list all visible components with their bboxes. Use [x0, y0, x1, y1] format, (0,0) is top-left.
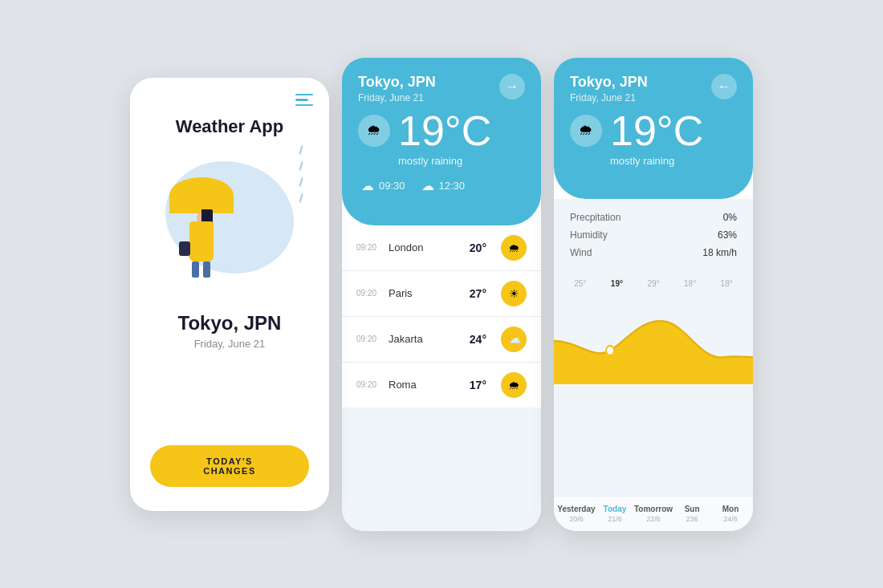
chart-label-29: 29° — [647, 279, 659, 288]
row-icon-roma: 🌧 — [501, 372, 527, 398]
app-title: Weather App — [176, 116, 283, 137]
city-list: 09:20 London 20° 🌧 09:20 Paris 27° ☀ 09:… — [342, 225, 541, 531]
row-time-roma: 09:20 — [356, 380, 380, 389]
row-temp-jakarta: 24° — [470, 333, 486, 346]
day-tab-yesterday[interactable]: Yesterday 20/6 — [557, 505, 596, 523]
wind-value: 18 km/h — [702, 247, 737, 258]
time-item-2: ☁ 12:30 — [421, 178, 466, 193]
person-legs — [192, 262, 210, 278]
detail-header-city: Tokyo, JPN — [570, 74, 648, 91]
wind-row: Wind 18 km/h — [570, 247, 737, 258]
city-row-roma[interactable]: 09:20 Roma 17° 🌧 — [342, 363, 541, 408]
cloud-icon-2: ☁ — [421, 178, 434, 193]
row-icon-paris: ☀ — [501, 281, 527, 306]
city-info: Tokyo, JPN Friday, June 21 — [358, 74, 436, 103]
day-tab-today[interactable]: Today 21/6 — [596, 505, 634, 523]
row-city-jakarta: Jakarta — [389, 333, 462, 345]
row-icon-london: 🌧 — [501, 235, 527, 261]
detail-header-top: Tokyo, JPN Friday, June 21 ← — [570, 74, 737, 103]
detail-city-info: Tokyo, JPN Friday, June 21 — [570, 74, 648, 103]
wind-label: Wind — [570, 247, 592, 258]
person-coat — [189, 221, 214, 262]
humidity-value: 63% — [718, 229, 737, 241]
tab-date-mon: 24/6 — [711, 515, 750, 523]
tab-date-tomorrow: 22/6 — [634, 515, 673, 523]
row-icon-jakarta: ⛅ — [501, 326, 527, 352]
header-top: Tokyo, JPN Friday, June 21 → — [358, 74, 525, 103]
precipitation-label: Precpitation — [570, 212, 621, 223]
weather-list-screen: Tokyo, JPN Friday, June 21 → 🌧 19°C most… — [342, 58, 541, 531]
row-temp-london: 20° — [470, 241, 486, 254]
row-temp-paris: 27° — [470, 287, 486, 300]
row-time-london: 09:20 — [356, 243, 380, 252]
chart-svg — [554, 288, 753, 384]
weather-description: mostly raining — [398, 155, 525, 167]
weather-icon: 🌧 — [358, 115, 390, 147]
weather-detail-screen: Tokyo, JPN Friday, June 21 ← 🌧 19°C most… — [554, 58, 753, 531]
umbrella — [169, 177, 234, 213]
cloud-icon-1: ☁ — [361, 178, 374, 193]
prev-screen-button[interactable]: ← — [711, 74, 737, 99]
detail-weather-description: mostly raining — [610, 155, 737, 167]
menu-icon[interactable] — [295, 94, 313, 107]
weather-header: Tokyo, JPN Friday, June 21 → 🌧 19°C most… — [342, 58, 541, 225]
day-tab-mon[interactable]: Mon 24/6 — [711, 505, 750, 523]
day-tab-sun[interactable]: Sun 236 — [673, 505, 711, 523]
row-city-roma: Roma — [389, 379, 462, 391]
tab-name-today: Today — [596, 505, 634, 513]
screens-container: Weather App — [106, 34, 777, 555]
row-temp-roma: 17° — [470, 379, 486, 391]
time-item-1: ☁ 09:30 — [361, 178, 405, 193]
row-city-paris: Paris — [389, 287, 462, 299]
illustration — [149, 145, 310, 306]
detail-temperature: 19°C — [610, 110, 703, 152]
day-tabs: Yesterday 20/6 Today 21/6 Tomorrow 22/6 … — [554, 496, 753, 531]
row-time-paris: 09:20 — [356, 289, 380, 298]
city-row-jakarta[interactable]: 09:20 Jakarta 24° ⛅ — [342, 317, 541, 363]
detail-weather-header: Tokyo, JPN Friday, June 21 ← 🌧 19°C most… — [554, 58, 753, 199]
city-date: Friday, June 21 — [194, 338, 266, 350]
day-tab-tomorrow[interactable]: Tomorrow 22/6 — [634, 505, 673, 523]
chart-label-19: 19° — [611, 279, 623, 288]
city-name: Tokyo, JPN — [178, 312, 282, 335]
rain-drops — [300, 145, 302, 203]
tab-date-yesterday: 20/6 — [557, 515, 596, 523]
temperature: 19°C — [398, 110, 491, 152]
tab-name-mon: Mon — [711, 505, 750, 513]
tab-name-tomorrow: Tomorrow — [634, 505, 673, 513]
header-date: Friday, June 21 — [358, 92, 436, 103]
humidity-label: Humidity — [570, 229, 608, 241]
city-row-paris[interactable]: 09:20 Paris 27° ☀ — [342, 271, 541, 317]
tab-date-sun: 236 — [673, 515, 711, 523]
city-row-london[interactable]: 09:20 London 20° 🌧 — [342, 225, 541, 271]
chart-section: 25° 19° 29° 18° 18° — [554, 271, 753, 496]
tab-name-sun: Sun — [673, 505, 711, 513]
tab-date-today: 21/6 — [596, 515, 634, 523]
time-text-1: 09:30 — [379, 180, 405, 192]
chart-label-18a: 18° — [684, 279, 696, 288]
chart-label-25: 25° — [574, 279, 586, 288]
person-bag — [179, 241, 190, 256]
time-row: ☁ 09:30 ☁ 12:30 — [361, 178, 525, 193]
detail-section: Precpitation 0% Humidity 63% Wind 18 km/… — [554, 199, 753, 271]
precipitation-row: Precpitation 0% — [570, 212, 737, 223]
welcome-screen: Weather App — [130, 78, 329, 511]
chart-labels: 25° 19° 29° 18° 18° — [554, 271, 753, 288]
detail-header-date: Friday, June 21 — [570, 92, 648, 103]
time-text-2: 12:30 — [439, 180, 466, 192]
tab-name-yesterday: Yesterday — [557, 505, 596, 513]
detail-temp-row: 🌧 19°C — [570, 110, 737, 152]
row-city-london: London — [389, 241, 462, 253]
header-city: Tokyo, JPN — [358, 74, 436, 91]
chart-label-18b: 18° — [721, 279, 733, 288]
row-time-jakarta: 09:20 — [356, 335, 380, 343]
next-screen-button[interactable]: → — [499, 74, 525, 99]
person-figure — [177, 177, 242, 298]
detail-weather-icon: 🌧 — [570, 115, 602, 147]
humidity-row: Humidity 63% — [570, 229, 737, 241]
precipitation-value: 0% — [723, 212, 737, 223]
svg-point-1 — [606, 346, 614, 355]
temp-row: 🌧 19°C — [358, 110, 525, 152]
today-changes-button[interactable]: TODAY'S CHANGES — [150, 445, 309, 487]
